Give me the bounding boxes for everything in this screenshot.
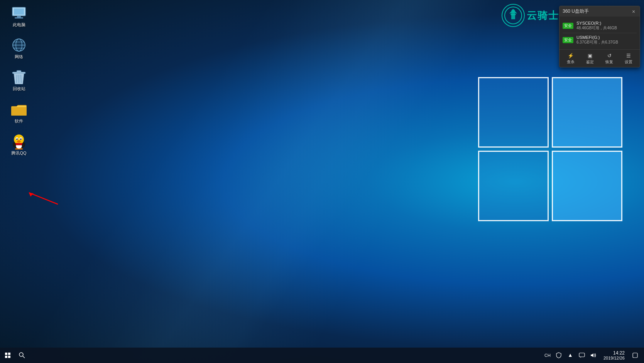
- network-icon: [11, 37, 27, 53]
- scan-icon: ⚡: [568, 53, 574, 59]
- icon-qq[interactable]: 腾讯QQ: [6, 132, 32, 157]
- desktop: 此电脑 网络: [0, 0, 644, 363]
- qq-icon: [11, 134, 27, 149]
- drive-item-usmefi: 安全 USMEFI(G:) 6.37GB可用，共6.37GB: [563, 33, 637, 47]
- panel-title: 360 U盘助手: [563, 8, 589, 15]
- svg-point-34: [19, 353, 23, 356]
- clock-time: 14:22: [613, 350, 625, 356]
- clock-date: 2019/12/26: [603, 356, 625, 360]
- icon-software-label: 软件: [15, 119, 23, 124]
- yun-qishi-text: 云骑士: [527, 9, 559, 22]
- pc-icon: [11, 5, 27, 21]
- icon-software[interactable]: 软件: [6, 100, 32, 125]
- windows-logo: [478, 77, 625, 224]
- svg-marker-31: [29, 193, 34, 197]
- svg-rect-2: [17, 16, 21, 17]
- tray-volume[interactable]: [588, 348, 599, 363]
- svg-rect-3: [15, 17, 23, 18]
- icon-recycle[interactable]: 回收站: [6, 68, 32, 93]
- volume-icon: [590, 353, 597, 358]
- action-settings[interactable]: ☰ 设置: [623, 52, 634, 66]
- action-verify[interactable]: ▣ 鉴定: [585, 52, 595, 66]
- drive-space-sysceo: 48.46GB可用，共46GB: [576, 25, 637, 31]
- icon-network[interactable]: 网络: [6, 36, 32, 61]
- yun-qishi-logo: 云骑士: [502, 4, 559, 27]
- safe-badge-sysceo: 安全: [563, 23, 573, 29]
- icon-network-label: 网络: [15, 54, 23, 59]
- panel-actions: ⚡ 查杀 ▣ 鉴定 ↺ 恢复 ☰ 设置: [559, 49, 640, 67]
- svg-line-30: [29, 193, 58, 204]
- icon-recycle-label: 回收站: [13, 86, 25, 91]
- icon-this-pc-label: 此电脑: [13, 22, 25, 27]
- taskbar: CH: [0, 348, 644, 363]
- svg-rect-37: [579, 353, 585, 357]
- up-arrow-icon: [568, 353, 572, 357]
- cursor-arrow: [21, 185, 60, 210]
- start-button[interactable]: [0, 348, 15, 363]
- panel-body: 安全 SYSCEO(R:) 48.46GB可用，共46GB 安全 USMEFI(…: [559, 17, 640, 49]
- svg-rect-39: [633, 353, 637, 358]
- recycle-icon: [11, 69, 27, 85]
- settings-icon: ☰: [626, 53, 631, 59]
- folder-icon: [11, 102, 27, 117]
- taskbar-clock[interactable]: 14:22 2019/12/26: [600, 348, 629, 363]
- drive-info-usmefi: USMEFI(G:) 6.37GB可用，共6.37GB: [576, 35, 637, 45]
- taskbar-search-button[interactable]: [15, 348, 29, 363]
- drive-name-sysceo: SYSCEO(R:): [576, 21, 637, 25]
- tray-arrow-up[interactable]: [565, 348, 576, 363]
- svg-point-9: [13, 39, 25, 51]
- taskbar-tray: CH: [543, 348, 644, 363]
- tray-language[interactable]: CH: [543, 348, 553, 363]
- action-restore[interactable]: ↺ 恢复: [604, 52, 615, 66]
- svg-line-35: [23, 356, 25, 358]
- verify-icon: ▣: [588, 53, 592, 59]
- svg-rect-11: [17, 71, 21, 72]
- search-icon: [19, 352, 25, 358]
- tray-shield[interactable]: [553, 348, 564, 363]
- action-scan[interactable]: ⚡ 查杀: [565, 52, 576, 66]
- safe-badge-usmefi: 安全: [563, 37, 573, 43]
- icon-qq-label: 腾讯QQ: [11, 151, 26, 156]
- chat-icon: [579, 353, 585, 358]
- verify-label: 鉴定: [586, 59, 594, 65]
- svg-point-23: [20, 138, 21, 139]
- restore-icon: ↺: [607, 53, 612, 59]
- drive-item-sysceo: 安全 SYSCEO(R:) 48.46GB可用，共46GB: [563, 19, 637, 33]
- panel-title-bar: 360 U盘助手 ×: [559, 6, 640, 17]
- tray-chat[interactable]: [576, 348, 587, 363]
- svg-marker-36: [569, 354, 572, 357]
- svg-marker-38: [591, 353, 593, 357]
- svg-rect-1: [14, 8, 24, 15]
- scan-label: 查杀: [567, 59, 575, 65]
- drive-name-usmefi: USMEFI(G:): [576, 35, 637, 40]
- icon-this-pc[interactable]: 此电脑: [6, 4, 32, 29]
- svg-rect-10: [12, 72, 25, 74]
- desktop-icons: 此电脑 网络: [0, 0, 38, 164]
- restore-label: 恢复: [605, 59, 613, 65]
- drive-info-sysceo: SYSCEO(R:) 48.46GB可用，共46GB: [576, 21, 637, 31]
- panel-360: 360 U盘助手 × 安全 SYSCEO(R:) 48.46GB可用，共46GB…: [559, 6, 640, 67]
- notification-center[interactable]: [629, 348, 641, 363]
- svg-point-24: [17, 140, 21, 143]
- svg-point-33: [511, 9, 515, 13]
- panel-close-button[interactable]: ×: [630, 8, 637, 15]
- notification-icon: [632, 353, 638, 358]
- shield-icon: [556, 352, 561, 358]
- windows-start-icon: [5, 353, 10, 358]
- drive-space-usmefi: 6.37GB可用，共6.37GB: [576, 40, 637, 45]
- settings-label: 设置: [625, 59, 632, 65]
- svg-point-22: [16, 138, 17, 139]
